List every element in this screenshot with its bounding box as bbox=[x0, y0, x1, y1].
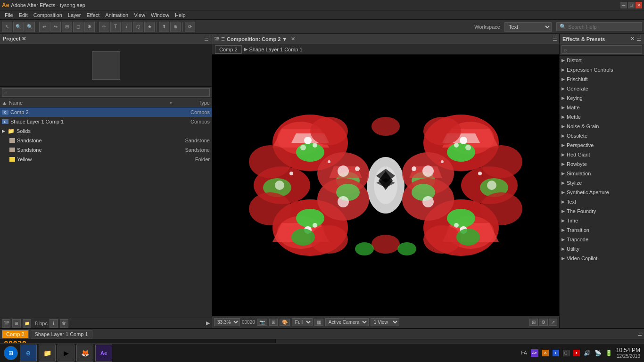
media-button[interactable]: ▶ bbox=[58, 345, 74, 362]
workspace-dropdown[interactable]: Text bbox=[504, 22, 552, 32]
search-help-box[interactable]: 🔍 bbox=[556, 22, 642, 31]
effect-item-0[interactable]: ▶Distort bbox=[560, 56, 644, 65]
menu-item-edit[interactable]: Edit bbox=[16, 10, 31, 20]
project-item-comp2[interactable]: C Comp 2 Compos bbox=[0, 107, 212, 117]
start-button[interactable]: ⊞ bbox=[4, 346, 18, 360]
effects-search-bar[interactable] bbox=[560, 44, 644, 56]
effect-item-12[interactable]: ▶Simulation bbox=[560, 169, 644, 178]
region-btn[interactable]: ▦ bbox=[314, 319, 323, 326]
new-folder-button[interactable]: 📁 bbox=[23, 319, 31, 328]
menu-item-layer[interactable]: Layer bbox=[65, 10, 84, 20]
toolbar-btn-16[interactable]: ⟳ bbox=[185, 22, 195, 32]
new-footage-button[interactable]: 🎬 bbox=[2, 319, 10, 328]
timeline-tab-1[interactable]: Comp 2 bbox=[2, 330, 29, 338]
grid-btn[interactable]: ⊞ bbox=[269, 319, 278, 326]
firefox-button[interactable]: 🦊 bbox=[76, 345, 93, 362]
effect-item-2[interactable]: ▶Frischluft bbox=[560, 74, 644, 84]
toolbar-btn-8[interactable]: ✱ bbox=[84, 22, 95, 32]
toolbar-btn-14[interactable]: ⬆ bbox=[159, 22, 169, 32]
effect-item-5[interactable]: ▶Matte bbox=[560, 103, 644, 112]
toolbar-btn-13[interactable]: ★ bbox=[144, 22, 155, 32]
new-comp-button[interactable]: ⊞ bbox=[12, 319, 21, 328]
effect-item-6[interactable]: ▶Mettle bbox=[560, 112, 644, 122]
color-btn[interactable]: 🎨 bbox=[280, 319, 290, 326]
footer-timecode: 00020 bbox=[242, 320, 255, 325]
timeline-tab-2[interactable]: Shape Layer 1 Comp 1 bbox=[31, 330, 92, 338]
menu-item-view[interactable]: View bbox=[131, 10, 148, 20]
effect-item-19[interactable]: ▶Trapcode bbox=[560, 235, 644, 244]
effect-item-17[interactable]: ▶Time bbox=[560, 216, 644, 225]
menu-item-help[interactable]: Help bbox=[172, 10, 189, 20]
menu-item-composition[interactable]: Composition bbox=[31, 10, 65, 20]
project-items: C Comp 2 Compos C Shape Layer 1 Comp 1 C… bbox=[0, 107, 212, 318]
project-info-button[interactable]: ℹ bbox=[50, 319, 58, 328]
effect-item-20[interactable]: ▶Utility bbox=[560, 244, 644, 254]
toolbar-btn-10[interactable]: T bbox=[110, 22, 121, 32]
toolbar-btn-3[interactable]: 🔍 bbox=[25, 22, 35, 32]
toolbar-btn-12[interactable]: ⬡ bbox=[133, 22, 143, 32]
effect-item-18[interactable]: ▶Transition bbox=[560, 225, 644, 235]
project-search-input[interactable] bbox=[2, 88, 210, 97]
effect-item-9[interactable]: ▶Perspective bbox=[560, 140, 644, 150]
menu-item-animation[interactable]: Animation bbox=[102, 10, 131, 20]
effect-item-3[interactable]: ▶Generate bbox=[560, 84, 644, 93]
project-item-solids[interactable]: ▶ 📁 Solids bbox=[0, 126, 212, 136]
zoom-select[interactable]: 33.3% 50% 100% bbox=[214, 318, 240, 326]
zoom-control[interactable]: 33.3% 50% 100% bbox=[214, 318, 240, 326]
export-btn[interactable]: ↗ bbox=[549, 319, 557, 326]
minimize-button[interactable]: ─ bbox=[620, 2, 627, 8]
toolbar-btn-9[interactable]: ✏ bbox=[99, 22, 109, 32]
menu-item-file[interactable]: File bbox=[2, 10, 16, 20]
search-help-input[interactable] bbox=[568, 24, 639, 30]
toolbar-btn-2[interactable]: 🔍 bbox=[13, 22, 24, 32]
effect-item-8[interactable]: ▶Obsolete bbox=[560, 131, 644, 140]
quality-select[interactable]: Full Half bbox=[292, 318, 313, 326]
effect-item-15[interactable]: ▶Text bbox=[560, 197, 644, 206]
toolbar-btn-7[interactable]: ◻ bbox=[73, 22, 83, 32]
output-btn[interactable]: ⊞ bbox=[529, 319, 538, 326]
comp-close-icon[interactable]: ✕ bbox=[291, 36, 295, 42]
comp-tab-1[interactable]: Comp 2 bbox=[215, 45, 242, 54]
timeline-menu-icon[interactable]: ☰ bbox=[637, 331, 642, 337]
effect-item-10[interactable]: ▶Red Giant bbox=[560, 150, 644, 159]
toolbar-btn-4[interactable]: ↩ bbox=[39, 22, 50, 32]
camera-icon-btn[interactable]: 📷 bbox=[257, 319, 267, 326]
camera-select[interactable]: Active Camera bbox=[325, 318, 369, 326]
toolbar-btn-6[interactable]: ⊞ bbox=[62, 22, 72, 32]
project-item-yellow[interactable]: Yellow Folder bbox=[0, 155, 212, 164]
maximize-button[interactable]: □ bbox=[628, 2, 635, 8]
effects-search-input[interactable] bbox=[561, 45, 642, 54]
toolbar-btn-1[interactable]: ↖ bbox=[2, 22, 12, 32]
ie-button[interactable]: e bbox=[20, 345, 37, 362]
effect-item-11[interactable]: ▶Rowbyte bbox=[560, 159, 644, 169]
effect-item-4[interactable]: ▶Keying bbox=[560, 93, 644, 103]
effect-item-7[interactable]: ▶Noise & Grain bbox=[560, 122, 644, 131]
effects-menu-icon[interactable]: ☰ bbox=[636, 36, 641, 42]
settings-btn[interactable]: ⚙ bbox=[539, 319, 548, 326]
effect-item-21[interactable]: ▶Video Copilot bbox=[560, 254, 644, 263]
effects-close-icon[interactable]: ✕ bbox=[630, 36, 635, 42]
toolbar-btn-11[interactable]: / bbox=[122, 22, 132, 32]
effect-item-14[interactable]: ▶Synthetic Aperture bbox=[560, 188, 644, 197]
toolbar-btn-15[interactable]: ⊕ bbox=[170, 22, 181, 32]
aftereffects-button[interactable]: Ae bbox=[95, 345, 112, 362]
toolbar-btn-5[interactable]: ↪ bbox=[50, 22, 61, 32]
project-search-bar[interactable] bbox=[0, 87, 212, 98]
project-item-sandstone2[interactable]: Sandstone Sandstone bbox=[0, 145, 212, 155]
close-button[interactable]: ✕ bbox=[636, 2, 642, 8]
view-select[interactable]: 1 View 2 Views bbox=[371, 318, 399, 326]
svg-point-54 bbox=[249, 145, 291, 178]
project-menu-icon[interactable]: ☰ bbox=[204, 36, 209, 42]
effect-item-1[interactable]: ▶Expression Controls bbox=[560, 65, 644, 74]
delete-button[interactable]: 🗑 bbox=[60, 319, 68, 328]
effect-arrow-18: ▶ bbox=[561, 228, 565, 232]
menu-item-effect[interactable]: Effect bbox=[83, 10, 102, 20]
project-item-sandstone1[interactable]: Sandstone Sandstone bbox=[0, 136, 212, 145]
explorer-button[interactable]: 📁 bbox=[39, 345, 56, 362]
project-item-shape[interactable]: C Shape Layer 1 Comp 1 Compos bbox=[0, 117, 212, 126]
effect-item-16[interactable]: ▶The Foundry bbox=[560, 206, 644, 216]
menu-item-window[interactable]: Window bbox=[148, 10, 172, 20]
comp-menu-icon[interactable]: ☰ bbox=[553, 36, 557, 42]
title-controls[interactable]: ─ □ ✕ bbox=[620, 2, 642, 8]
effect-item-13[interactable]: ▶Stylize bbox=[560, 178, 644, 188]
